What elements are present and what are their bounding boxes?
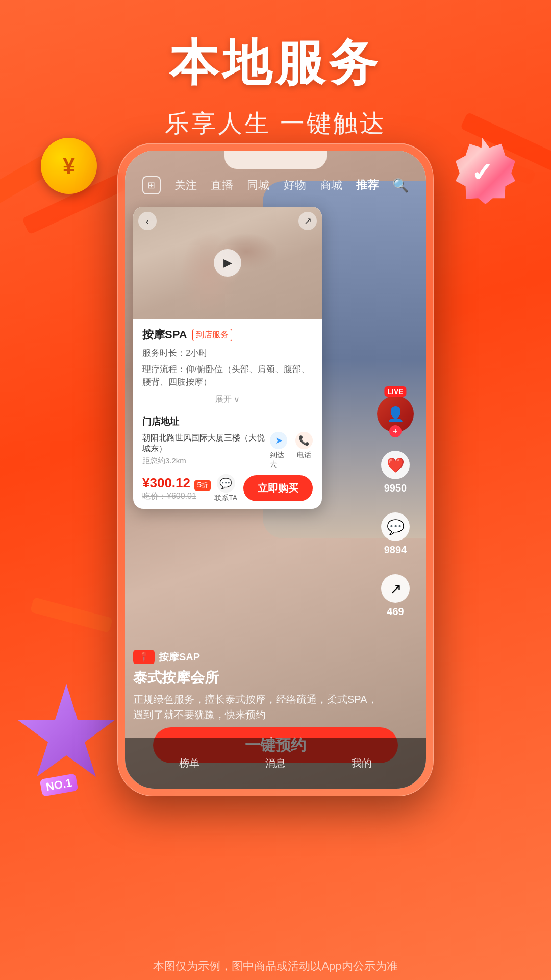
address-row: 朝阳北路世风国际大厦三楼（大悦城东） 距您约3.2km ➤ 到达去 📞 <box>142 432 313 469</box>
nav-item-recommend[interactable]: 推荐 <box>356 178 379 193</box>
bottom-nav: 榜单 消息 我的 <box>125 738 426 789</box>
navigation-icon: ➤ <box>270 432 287 449</box>
navigation-button[interactable]: ➤ 到达去 <box>270 432 287 469</box>
product-name: 泰式按摩会所 <box>133 668 380 688</box>
price-section: ¥300.12 5折 吃价：¥600.01 <box>142 475 211 502</box>
product-tag-row: 📍 按摩SAP <box>133 650 380 664</box>
product-info-bar: 📍 按摩SAP 泰式按摩会所 正规绿色服务，擅长泰式按摩，经络疏通，柔式SPA，… <box>133 650 380 722</box>
product-tag-name: 按摩SAP <box>159 650 200 664</box>
nav-search-icon[interactable]: 🔍 <box>392 178 409 193</box>
share-icon: ↗ <box>381 574 410 603</box>
comment-count: 9894 <box>384 544 407 556</box>
header-section: 本地服务 乐享人生 一键触达 <box>0 31 551 140</box>
card-divider <box>142 411 313 411</box>
badge-check-icon: ✓ <box>471 157 493 188</box>
comment-icon: 💬 <box>381 512 410 541</box>
card-image: ‹ ↗ ▶ <box>133 207 322 319</box>
card-title: 按摩SPA <box>142 327 187 342</box>
live-badge: LIVE <box>384 386 406 397</box>
card-share-button[interactable]: ↗ <box>298 212 317 230</box>
footer-disclaimer: 本图仅为示例，图中商品或活动以App内公示为准 <box>0 959 551 974</box>
share-button[interactable]: ↗ 469 <box>381 574 410 618</box>
like-count: 9950 <box>384 482 407 494</box>
phone-mockup: ⊞ 关注 直播 同城 好物 商城 推荐 🔍 LIVE 👤 + <box>117 143 434 796</box>
ranking-label: 榜单 <box>179 756 199 770</box>
card-title-row: 按摩SPA 到店服务 <box>142 327 313 342</box>
live-avatar[interactable]: LIVE 👤 + <box>377 396 414 432</box>
distance-text: 距您约3.2km <box>142 456 270 466</box>
phone-notch <box>224 151 327 169</box>
mine-label: 我的 <box>352 756 372 770</box>
phone-content: ⊞ 关注 直播 同城 好物 商城 推荐 🔍 LIVE 👤 + <box>125 151 426 789</box>
phone-icon: 📞 <box>295 432 313 449</box>
card-service-tag: 到店服务 <box>192 329 232 341</box>
bottom-nav-message[interactable]: 消息 <box>254 756 297 770</box>
share-count: 469 <box>387 606 404 618</box>
nav-item-goods[interactable]: 好物 <box>284 178 306 193</box>
nav-item-live[interactable]: 直播 <box>211 178 233 193</box>
play-button[interactable]: ▶ <box>214 249 241 277</box>
contact-chat-icon: 💬 <box>217 474 235 493</box>
contact-label: 联系TA <box>214 494 237 503</box>
bottom-nav-mine[interactable]: 我的 <box>340 756 383 770</box>
address-title: 门店地址 <box>142 415 313 428</box>
right-actions: LIVE 👤 + ❤️ 9950 💬 9894 ↗ 469 <box>377 396 414 618</box>
nav-label: 到达去 <box>270 451 287 469</box>
original-price: 吃价：¥600.01 <box>142 491 211 502</box>
contact-button[interactable]: 💬 联系TA <box>214 474 237 503</box>
badge-seal: ✓ <box>449 138 515 204</box>
live-plus-icon[interactable]: + <box>389 425 402 437</box>
phone-label: 电话 <box>297 451 311 460</box>
no1-label: NO.1 <box>40 773 79 797</box>
sub-title: 乐享人生 一键触达 <box>0 107 551 140</box>
card-body: 按摩SPA 到店服务 服务时长：2小时 理疗流程：仰/俯卧位（头部、肩颈、腹部、… <box>133 319 322 509</box>
card-actions: 💬 联系TA 立即购买 <box>214 474 313 503</box>
buy-now-button[interactable]: 立即购买 <box>243 475 313 501</box>
card-back-button[interactable]: ‹ <box>138 212 157 230</box>
star-decoration: NO.1 <box>15 684 128 796</box>
bottom-nav-ranking[interactable]: 榜单 <box>168 756 211 770</box>
comment-button[interactable]: 💬 9894 <box>381 512 410 556</box>
card-footer: ¥300.12 5折 吃价：¥600.01 💬 联系TA 立即购 <box>142 474 313 503</box>
star-shape <box>15 684 117 786</box>
main-title: 本地服务 <box>0 31 551 97</box>
product-card: ‹ ↗ ▶ 按摩SPA 到店服务 服务 <box>133 207 322 509</box>
nav-item-local[interactable]: 同城 <box>247 178 269 193</box>
card-expand-button[interactable]: 展开 ∨ <box>142 392 313 407</box>
bg-ribbon-3 <box>30 597 113 633</box>
phone-button[interactable]: 📞 电话 <box>295 432 313 469</box>
price-tag: 5折 <box>194 480 211 491</box>
address-buttons: ➤ 到达去 📞 电话 <box>270 432 313 469</box>
address-text: 朝阳北路世风国际大厦三楼（大悦城东） <box>142 433 270 454</box>
message-label: 消息 <box>265 756 286 770</box>
like-button[interactable]: ❤️ 9950 <box>381 451 410 494</box>
product-tag-icon: 📍 <box>133 650 155 664</box>
coin-decoration: ¥ <box>41 138 97 194</box>
phone-nav: ⊞ 关注 直播 同城 好物 商城 推荐 🔍 <box>125 171 426 200</box>
nav-grid-icon[interactable]: ⊞ <box>142 176 161 194</box>
heart-icon: ❤️ <box>381 451 410 479</box>
price: ¥300.12 <box>142 475 190 491</box>
nav-item-mall[interactable]: 商城 <box>320 178 342 193</box>
card-meta-line1: 服务时长：2小时 <box>142 347 313 360</box>
product-desc: 正规绿色服务，擅长泰式按摩，经络疏通，柔式SPA，遇到了就不要犹豫，快来预约 <box>133 692 380 722</box>
phone-outer: ⊞ 关注 直播 同城 好物 商城 推荐 🔍 LIVE 👤 + <box>117 143 434 796</box>
card-meta-line2: 理疗流程：仰/俯卧位（头部、肩颈、腹部、腰背、四肢按摩） <box>142 363 313 389</box>
phone-inner: ⊞ 关注 直播 同城 好物 商城 推荐 🔍 LIVE 👤 + <box>125 151 426 789</box>
nav-item-follow[interactable]: 关注 <box>174 178 197 193</box>
